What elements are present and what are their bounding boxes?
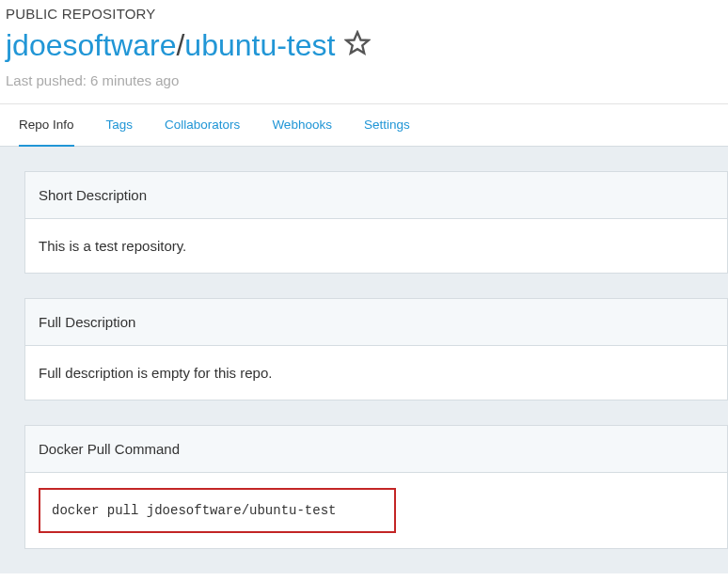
full-description-panel: Full Description Full description is emp…	[24, 298, 728, 400]
svg-marker-0	[347, 33, 369, 54]
repo-title: jdoesoftware/ubuntu-test	[6, 27, 722, 63]
content-area: Short Description This is a test reposit…	[0, 146, 728, 573]
repo-owner-link[interactable]: jdoesoftware	[6, 28, 176, 62]
repo-name-link[interactable]: ubuntu-test	[184, 28, 335, 62]
pull-command-panel: Docker Pull Command docker pull jdoesoft…	[24, 425, 728, 549]
tab-tags[interactable]: Tags	[106, 104, 134, 146]
repo-slash: /	[176, 28, 184, 62]
tab-webhooks[interactable]: Webhooks	[272, 104, 332, 146]
repo-type-label: PUBLIC REPOSITORY	[6, 6, 722, 22]
star-icon[interactable]	[340, 30, 371, 60]
full-description-body: Full description is empty for this repo.	[25, 346, 727, 400]
pull-command-header: Docker Pull Command	[25, 426, 727, 473]
tab-collaborators[interactable]: Collaborators	[165, 104, 240, 146]
tab-settings[interactable]: Settings	[364, 104, 410, 146]
tab-repo-info[interactable]: Repo Info	[19, 104, 74, 147]
short-description-body: This is a test repository.	[25, 219, 727, 273]
tab-bar: Repo Info Tags Collaborators Webhooks Se…	[0, 104, 728, 146]
short-description-header: Short Description	[25, 172, 727, 219]
full-description-header: Full Description	[25, 299, 727, 346]
pull-command-text[interactable]: docker pull jdoesoftware/ubuntu-test	[39, 488, 396, 533]
short-description-panel: Short Description This is a test reposit…	[24, 171, 728, 274]
last-pushed-label: Last pushed: 6 minutes ago	[6, 72, 722, 88]
